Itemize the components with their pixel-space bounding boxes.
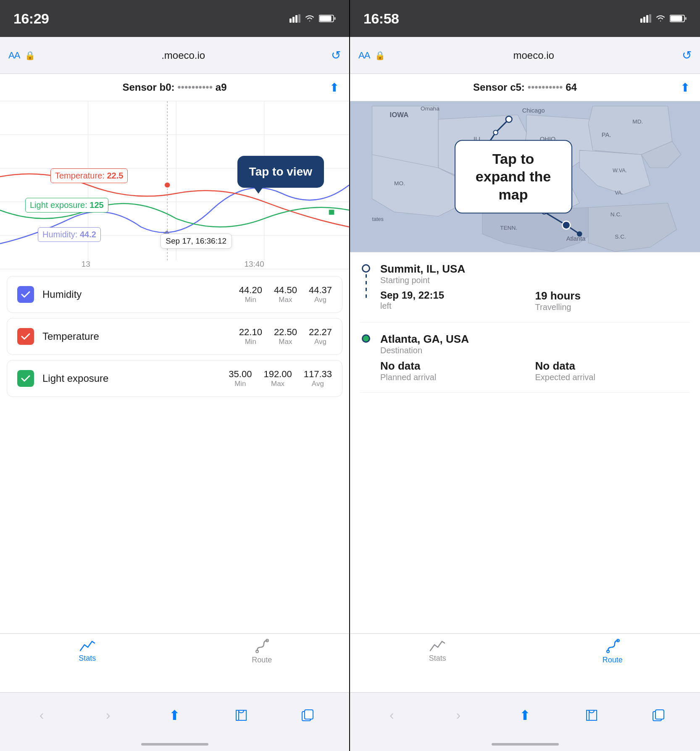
right-status-bar: 16:58 [350, 0, 700, 37]
svg-rect-0 [289, 18, 292, 23]
left-tabs-btn[interactable] [295, 709, 320, 722]
light-checkbox[interactable] [17, 370, 34, 387]
chart-tooltip: Sep 17, 16:36:12 [160, 234, 232, 249]
svg-rect-24 [305, 710, 313, 719]
humidity-checkbox[interactable] [17, 286, 34, 303]
svg-rect-16 [329, 209, 335, 215]
left-back-btn[interactable]: ‹ [29, 707, 54, 723]
svg-text:PA.: PA. [602, 131, 611, 138]
right-back-btn[interactable]: ‹ [379, 707, 404, 723]
left-chart[interactable]: 13 13:40 Temperature: 22.5 Light exposur… [0, 101, 349, 269]
right-wifi-icon [655, 15, 666, 22]
temperature-card[interactable]: Temperature 22.10 Min 22.50 Max 22.27 Av… [7, 318, 342, 355]
route-icon [254, 639, 270, 653]
left-share-btn[interactable]: ⬆ [162, 707, 187, 723]
svg-rect-31 [685, 17, 687, 20]
left-home-indicator [0, 738, 349, 751]
humidity-label: Humidity: 44.2 [38, 227, 101, 242]
svg-text:N.C.: N.C. [611, 211, 622, 218]
book-icon [234, 709, 248, 722]
temperature-values: 22.10 Min 22.50 Max 22.27 Avg [239, 327, 332, 346]
left-share-icon[interactable]: ⬆ [329, 81, 339, 95]
svg-text:tates: tates [372, 216, 384, 222]
left-status-bar: 16:29 [0, 0, 349, 37]
left-nav-stats[interactable]: Stats [66, 639, 108, 663]
signal-icon [289, 14, 300, 23]
right-sensor-header: Sensor c5: •••••••••• 64 ⬆ [350, 74, 700, 101]
right-reload-icon[interactable]: ↺ [682, 48, 692, 62]
svg-point-34 [506, 116, 512, 123]
tabs-icon [301, 709, 314, 722]
left-forward-btn[interactable]: › [95, 707, 121, 723]
origin-dot [362, 264, 370, 273]
route-info: Summit, IL, USA Starting point Sep 19, 2… [350, 252, 700, 633]
origin-sublabel: Starting point [380, 276, 690, 285]
left-lock-icon: 🔒 [25, 50, 35, 60]
map-area[interactable]: IOWA ILL. OHIO PA. W.VA. VA. KY. TENN. N… [350, 101, 700, 252]
right-bottom-nav: Stats Route [350, 633, 700, 692]
right-route-label: Route [603, 656, 623, 664]
origin-date-label: left [380, 301, 535, 311]
svg-point-15 [164, 182, 171, 188]
temperature-checkbox[interactable] [17, 328, 34, 345]
svg-text:TENN.: TENN. [500, 225, 517, 231]
left-url[interactable]: .moeco.io [40, 50, 326, 61]
origin-date: Sep 19, 22:15 [380, 289, 535, 301]
svg-rect-3 [298, 14, 300, 23]
left-browser-bar: AA 🔒 .moeco.io ↺ [0, 37, 349, 74]
left-nav-route[interactable]: Route [241, 639, 283, 664]
map-tap-overlay[interactable]: Tap to expand the map [455, 140, 572, 214]
svg-text:Chicago: Chicago [522, 107, 545, 114]
svg-rect-5 [320, 16, 332, 21]
wifi-icon [305, 15, 315, 22]
left-phone-panel: 16:29 AA 🔒 .moeco.io ↺ [0, 0, 350, 751]
right-lock-icon: 🔒 [375, 50, 385, 60]
svg-text:IOWA: IOWA [390, 111, 409, 119]
svg-text:VA.: VA. [615, 190, 623, 196]
right-url[interactable]: moeco.io [390, 50, 677, 61]
destination-dot [362, 334, 370, 343]
left-reload-icon[interactable]: ↺ [331, 48, 341, 62]
svg-text:W.VA.: W.VA. [613, 168, 627, 173]
svg-point-35 [493, 130, 498, 135]
right-aa[interactable]: AA [358, 50, 370, 61]
light-card[interactable]: Light exposure 35.00 Min 192.00 Max 117.… [7, 360, 342, 397]
svg-text:Atlanta: Atlanta [566, 235, 586, 242]
right-bookmarks-btn[interactable] [579, 709, 604, 722]
left-status-icons [289, 14, 336, 23]
svg-text:S.C.: S.C. [615, 234, 626, 240]
humidity-card[interactable]: Humidity 44.20 Min 44.50 Max 44.37 Avg [7, 276, 342, 313]
right-share-btn[interactable]: ⬆ [512, 707, 537, 723]
destination-details: Atlanta, GA, USA Destination No data Pla… [380, 333, 690, 382]
right-home-bar [492, 743, 559, 746]
right-nav-stats[interactable]: Stats [416, 639, 458, 663]
light-label: Light exposure: 125 [25, 198, 108, 213]
right-browser-bar: AA 🔒 moeco.io ↺ [350, 37, 700, 74]
tap-to-view-callout[interactable]: Tap to view [237, 156, 324, 188]
left-sensor-title: Sensor b0: •••••••••• a9 [122, 81, 226, 93]
destination-section: Atlanta, GA, USA Destination No data Pla… [360, 323, 690, 393]
right-tabs-btn[interactable] [646, 709, 671, 722]
svg-text:13: 13 [82, 260, 90, 268]
right-signal-icon [640, 14, 651, 23]
left-aa[interactable]: AA [8, 50, 20, 61]
svg-rect-25 [640, 18, 642, 23]
right-tabs-icon [652, 709, 665, 722]
expected-val: No data [535, 360, 690, 373]
right-nav-route[interactable]: Route [592, 639, 634, 664]
right-stats-icon [429, 639, 445, 651]
right-forward-btn[interactable]: › [446, 707, 471, 723]
temperature-label: Temperature: 22.5 [50, 168, 128, 183]
left-bookmarks-btn[interactable] [229, 709, 254, 722]
right-share-icon[interactable]: ⬆ [680, 81, 690, 95]
svg-rect-27 [646, 15, 648, 23]
right-status-icons [640, 14, 687, 23]
destination-city: Atlanta, GA, USA [380, 333, 690, 346]
right-battery-icon [670, 14, 687, 23]
right-time: 16:58 [363, 11, 399, 27]
light-values: 35.00 Min 192.00 Max 117.33 Avg [229, 369, 332, 388]
svg-point-41 [562, 221, 570, 229]
planned-val: No data [380, 360, 535, 373]
humidity-values: 44.20 Min 44.50 Max 44.37 Avg [239, 285, 332, 304]
route-connector-line [366, 274, 367, 299]
